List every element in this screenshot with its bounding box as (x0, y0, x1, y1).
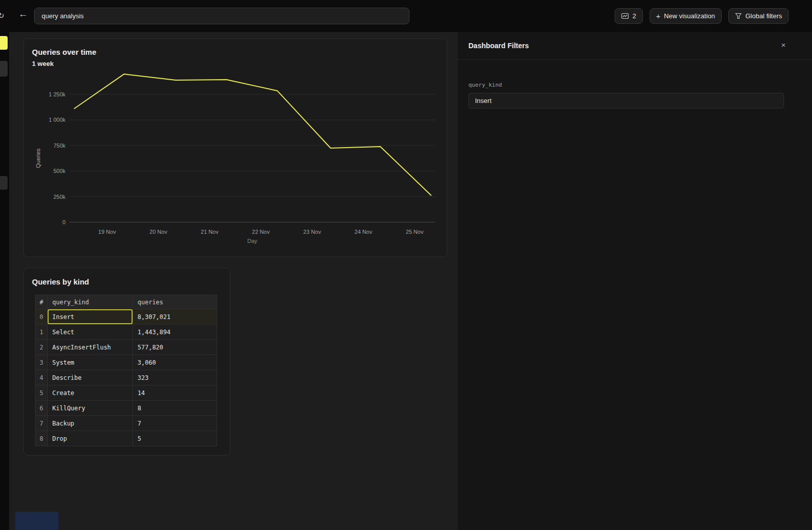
topbar: ↻ ← 2 + New visualization Global filters (0, 0, 812, 32)
plus-icon: + (656, 12, 661, 20)
dashboard-title-input[interactable] (34, 8, 410, 24)
chart-card-queries-over-time: Queries over time 1 week 0250k500k750k1 … (23, 39, 447, 257)
table-row: 3System3,060 (36, 355, 217, 370)
dashboard-filters-panel: Dashboard Filters × query_kind (457, 32, 812, 530)
queries-value-cell: 14 (133, 385, 217, 401)
row-index-cell: 2 (36, 340, 48, 355)
svg-text:1 250k: 1 250k (49, 91, 66, 97)
partially-visible-widget (15, 512, 58, 530)
table-row: 8Drop5 (36, 431, 217, 446)
filter-field-query-kind: query_kind (458, 60, 812, 109)
sidebar (0, 32, 9, 530)
visualization-count: 2 (632, 12, 636, 20)
svg-text:250k: 250k (53, 194, 65, 200)
row-index-cell: 6 (36, 401, 48, 416)
queries-value-cell: 3,060 (133, 355, 217, 370)
table-row: 1Select1,443,894 (36, 325, 217, 340)
svg-text:22 Nov: 22 Nov (252, 229, 270, 235)
column-header-queries[interactable]: queries (133, 295, 217, 309)
svg-text:21 Nov: 21 Nov (201, 229, 219, 235)
queries-value-cell: 323 (133, 370, 217, 385)
queries-value-cell: 577,820 (133, 340, 217, 355)
column-header-index[interactable]: # (36, 295, 48, 309)
column-header-query-kind[interactable]: query_kind (48, 295, 133, 309)
query-kind-cell[interactable]: System (48, 355, 133, 370)
svg-text:750k: 750k (53, 143, 65, 149)
back-button[interactable]: ← (18, 9, 28, 19)
svg-text:20 Nov: 20 Nov (150, 229, 167, 235)
svg-text:24 Nov: 24 Nov (355, 229, 373, 235)
query-kind-cell[interactable]: Insert (48, 309, 133, 325)
app-root: ↻ ← 2 + New visualization Global filters (0, 0, 812, 530)
row-index-cell: 8 (36, 431, 48, 446)
filters-panel-header: Dashboard Filters × (458, 32, 812, 60)
chart-title: Queries over time (32, 48, 96, 56)
row-index-cell: 7 (36, 416, 48, 431)
refresh-icon[interactable]: ↻ (0, 11, 7, 20)
visualization-icon (621, 13, 629, 19)
sidebar-item-active[interactable] (0, 36, 8, 50)
svg-text:25 Nov: 25 Nov (406, 229, 424, 235)
queries-value-cell: 7 (133, 416, 217, 431)
global-filters-button[interactable]: Global filters (728, 8, 789, 24)
svg-text:1 000k: 1 000k (49, 117, 66, 123)
row-index-cell: 4 (36, 370, 48, 385)
new-visualization-button[interactable]: + New visualization (650, 8, 722, 24)
svg-text:500k: 500k (53, 168, 65, 174)
queries-table: # query_kind queries 0Insert8,307,0211Se… (35, 295, 217, 446)
queries-value-cell: 5 (133, 431, 217, 446)
table-header-row: # query_kind queries (36, 295, 217, 309)
svg-text:23 Nov: 23 Nov (303, 229, 321, 235)
table-row: 2AsyncInsertFlush577,820 (36, 340, 217, 355)
sidebar-item[interactable] (0, 176, 8, 190)
svg-text:Queries: Queries (35, 148, 41, 168)
query-kind-cell[interactable]: KillQuery (48, 401, 133, 416)
dashboard-canvas: Queries over time 1 week 0250k500k750k1 … (9, 32, 457, 530)
row-index-cell: 3 (36, 355, 48, 370)
query-kind-cell[interactable]: AsyncInsertFlush (48, 340, 133, 355)
queries-line-chart[interactable]: 0250k500k750k1 000k1 250k19 Nov20 Nov21 … (24, 39, 447, 257)
row-index-cell: 1 (36, 325, 48, 340)
queries-value-cell: 8,307,021 (133, 309, 217, 325)
table-row: 7Backup7 (36, 416, 217, 431)
close-icon[interactable]: × (781, 41, 786, 49)
visualization-count-button[interactable]: 2 (615, 8, 642, 24)
queries-value-cell: 8 (133, 401, 217, 416)
query-kind-cell[interactable]: Backup (48, 416, 133, 431)
table-row: 6KillQuery8 (36, 401, 217, 416)
svg-text:0: 0 (62, 219, 65, 225)
table-row: 4Describe323 (36, 370, 217, 385)
funnel-icon (735, 13, 742, 19)
topbar-actions: 2 + New visualization Global filters (615, 8, 789, 24)
global-filters-label: Global filters (746, 12, 782, 20)
filters-panel-title: Dashboard Filters (468, 42, 529, 50)
sidebar-item[interactable] (0, 61, 8, 77)
queries-table-body: 0Insert8,307,0211Select1,443,8942AsyncIn… (36, 309, 217, 446)
filter-query-kind-input[interactable] (468, 93, 784, 109)
svg-text:19 Nov: 19 Nov (98, 229, 116, 235)
table-card-queries-by-kind: Queries by kind # query_kind queries 0In… (23, 268, 230, 455)
query-kind-cell[interactable]: Select (48, 325, 133, 340)
row-index-cell: 0 (36, 309, 48, 325)
table-row: 0Insert8,307,021 (36, 309, 217, 325)
table-row: 5Create14 (36, 385, 217, 401)
row-index-cell: 5 (36, 385, 48, 401)
new-visualization-label: New visualization (664, 12, 715, 20)
chart-subtitle: 1 week (32, 60, 54, 67)
queries-value-cell: 1,443,894 (133, 325, 217, 340)
svg-text:Day: Day (247, 238, 257, 244)
query-kind-cell[interactable]: Drop (48, 431, 133, 446)
query-kind-cell[interactable]: Describe (48, 370, 133, 385)
query-kind-cell[interactable]: Create (48, 385, 133, 401)
table-title: Queries by kind (32, 277, 89, 286)
filter-field-label: query_kind (468, 82, 784, 88)
